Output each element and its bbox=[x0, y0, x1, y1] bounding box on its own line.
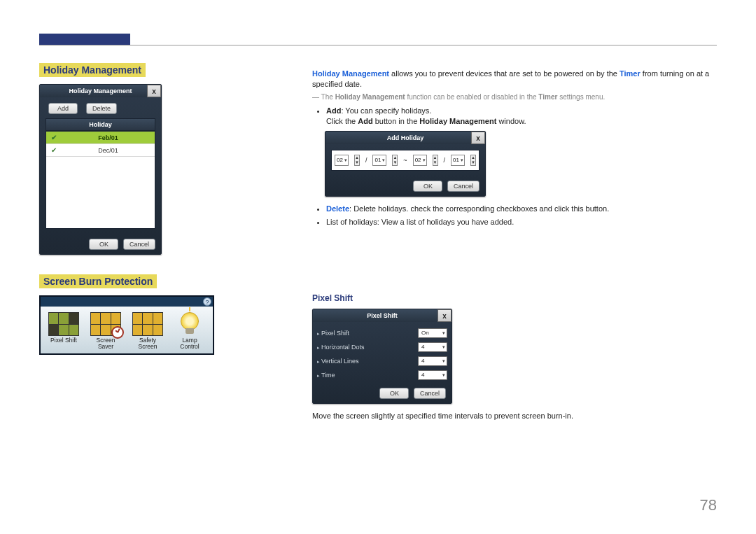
cancel-button[interactable]: Cancel bbox=[414, 388, 446, 399]
close-icon[interactable]: x bbox=[147, 85, 161, 97]
top-rule bbox=[39, 45, 717, 45]
pixel-shift-dialog: Pixel Shift x Pixel Shift On Horizontal … bbox=[312, 309, 452, 404]
stepper-icon[interactable]: ▲▼ bbox=[433, 155, 438, 166]
item-lamp-control[interactable]: Lamp Control bbox=[172, 312, 207, 351]
item-screen-saver[interactable]: Screen Saver bbox=[88, 312, 123, 351]
delete-button[interactable]: Delete bbox=[86, 103, 117, 114]
stepper-icon[interactable]: ▲▼ bbox=[470, 155, 476, 166]
bullet-list-of-holidays: List of holidays: View a list of holiday… bbox=[326, 217, 717, 227]
list-header-holiday: Holiday bbox=[46, 118, 155, 131]
close-icon[interactable]: x bbox=[471, 132, 485, 144]
heading-pixel-shift: Pixel Shift bbox=[312, 293, 717, 303]
dialog-titlebar: Holiday Management x bbox=[40, 85, 161, 97]
item-label: Screen Saver bbox=[88, 337, 123, 351]
clock-icon bbox=[111, 326, 124, 339]
dialog-title: Holiday Management bbox=[69, 87, 132, 94]
list-item-label: Dec/01 bbox=[62, 147, 155, 154]
stepper-icon[interactable]: ▲▼ bbox=[392, 155, 398, 166]
help-icon[interactable]: ? bbox=[203, 297, 211, 306]
from-day-select[interactable]: 01 bbox=[372, 155, 386, 166]
from-month-select[interactable]: 02 bbox=[335, 155, 349, 166]
check-icon[interactable]: ✔ bbox=[46, 146, 62, 154]
to-month-select[interactable]: 02 bbox=[413, 155, 427, 166]
item-pixel-shift[interactable]: Pixel Shift bbox=[46, 312, 81, 351]
cancel-button[interactable]: Cancel bbox=[447, 181, 479, 192]
ok-button[interactable]: OK bbox=[379, 388, 409, 399]
row-label: Time bbox=[317, 372, 335, 379]
holiday-list: ✔ Feb/01 ✔ Dec/01 bbox=[46, 131, 155, 229]
note-line: ― The Holiday Management function can be… bbox=[312, 92, 717, 102]
chapter-accent-bar bbox=[39, 34, 130, 45]
vertical-lines-select[interactable]: 4 bbox=[418, 356, 447, 366]
term-holiday-management: Holiday Management bbox=[312, 69, 389, 78]
term-timer: Timer bbox=[620, 69, 640, 78]
panel-top-bar: ? bbox=[41, 297, 213, 307]
dialog-title: Add Holiday bbox=[387, 134, 424, 141]
date-range-controls: 02 ▲▼ / 01 ▲▼ ~ 02 ▲▼ / 01 ▲▼ bbox=[331, 150, 479, 171]
holiday-management-dialog: Holiday Management x Add Delete Holiday … bbox=[39, 84, 162, 255]
row-vertical-lines: Vertical Lines 4 bbox=[313, 354, 451, 368]
paragraph: Holiday Management allows you to prevent… bbox=[312, 69, 717, 90]
heading-holiday-management: Holiday Management bbox=[39, 63, 146, 77]
time-select[interactable]: 4 bbox=[418, 370, 447, 380]
row-label: Horizontal Dots bbox=[317, 344, 364, 351]
dialog-title: Pixel Shift bbox=[367, 312, 398, 319]
item-label: Pixel Shift bbox=[46, 337, 81, 344]
bullet-delete: Delete: Delete holidays. check the corre… bbox=[326, 204, 717, 214]
pixel-shift-select[interactable]: On bbox=[418, 328, 447, 338]
close-icon[interactable]: x bbox=[438, 309, 451, 322]
cancel-button[interactable]: Cancel bbox=[123, 239, 155, 250]
ok-button[interactable]: OK bbox=[413, 181, 442, 192]
list-item[interactable]: ✔ Dec/01 bbox=[46, 144, 155, 157]
dialog-titlebar: Pixel Shift x bbox=[313, 309, 451, 322]
row-label: Pixel Shift bbox=[317, 330, 349, 337]
to-day-select[interactable]: 01 bbox=[451, 155, 465, 166]
list-item[interactable]: ✔ Feb/01 bbox=[46, 132, 155, 144]
dialog-titlebar: Add Holiday x bbox=[326, 132, 485, 144]
bullet-add: Add: You can specify holidays. Click the… bbox=[326, 106, 717, 127]
check-icon[interactable]: ✔ bbox=[46, 134, 62, 141]
row-pixel-shift: Pixel Shift On bbox=[313, 326, 451, 340]
ok-button[interactable]: OK bbox=[89, 239, 118, 250]
screen-burn-panel: ? Pixel Shift Screen Saver Safety Screen bbox=[39, 295, 214, 355]
list-item-label: Feb/01 bbox=[62, 134, 155, 141]
row-horizontal-dots: Horizontal Dots 4 bbox=[313, 340, 451, 354]
horizontal-dots-select[interactable]: 4 bbox=[418, 342, 447, 352]
item-safety-screen[interactable]: Safety Screen bbox=[130, 312, 165, 351]
bulb-icon bbox=[174, 312, 205, 336]
heading-screen-burn-protection: Screen Burn Protection bbox=[39, 274, 157, 288]
stepper-icon[interactable]: ▲▼ bbox=[354, 155, 360, 166]
item-label: Safety Screen bbox=[130, 337, 165, 351]
add-button[interactable]: Add bbox=[48, 103, 78, 114]
add-holiday-dialog: Add Holiday x 02 ▲▼ / 01 ▲▼ ~ 02 ▲▼ / 01 bbox=[325, 131, 486, 197]
pixel-shift-description: Move the screen slightly at specified ti… bbox=[312, 411, 717, 421]
page-number: 78 bbox=[700, 496, 717, 514]
row-label: Vertical Lines bbox=[317, 358, 358, 365]
row-time: Time 4 bbox=[313, 368, 451, 382]
